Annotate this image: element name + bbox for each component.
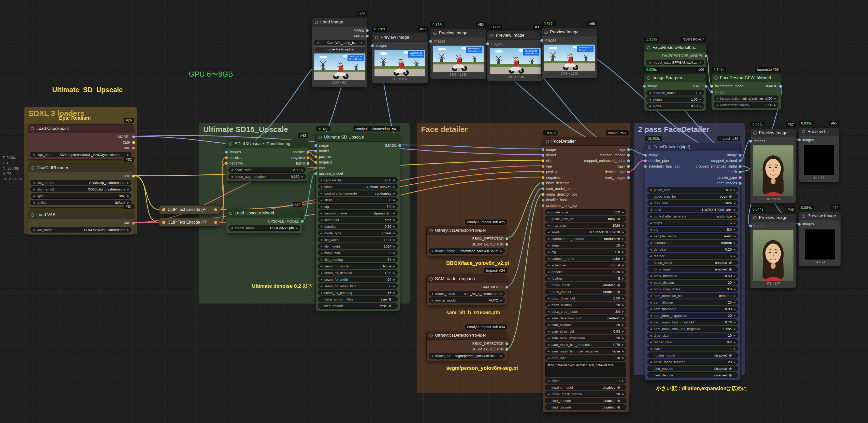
widget-row[interactable]: ◀ sam_mask_hint_threshold 0.70 ▶ [647,319,738,325]
node-face-detailer[interactable]: 18.67s Impact- #27 FaceDetailer image im… [542,137,629,412]
collapse-toggle[interactable] [647,46,650,49]
increment-arrow-icon[interactable]: ▶ [500,250,502,252]
image-thumbnail[interactable] [753,145,794,196]
increment-arrow-icon[interactable]: ▶ [302,175,304,178]
decrement-arrow-icon[interactable]: ◀ [650,361,652,363]
widget-row[interactable]: ◀ max_size 1024 ▶ [647,200,738,206]
decrement-arrow-icon[interactable]: ◀ [716,97,718,100]
decrement-arrow-icon[interactable]: ◀ [320,252,322,254]
widget-row[interactable]: ◀ clip_name1 SD35\clip_l.safetensors ▶ [30,180,131,186]
increment-arrow-icon[interactable]: ▶ [734,255,736,257]
decrement-arrow-icon[interactable]: ◀ [231,175,233,178]
decrement-arrow-icon[interactable]: ◀ [431,355,433,357]
widget-row[interactable]: ◀ type sdxl ▶ [30,193,131,199]
input-port-dot[interactable] [541,188,545,190]
output-port-dot[interactable] [307,151,309,153]
increment-arrow-icon[interactable]: ▶ [622,224,624,227]
decrement-arrow-icon[interactable]: ◀ [650,222,652,224]
widget-row[interactable]: ◀ denoise 0.20 ▶ [647,247,738,252]
increment-arrow-icon[interactable]: ▶ [622,297,624,300]
increment-arrow-icon[interactable]: ▶ [393,245,395,248]
widget-row[interactable]: ◀ noise_mask_feather 20 ▶ [545,391,626,397]
decrement-arrow-icon[interactable]: ◀ [649,105,651,108]
decrement-arrow-icon[interactable]: ◀ [33,153,35,156]
increment-arrow-icon[interactable]: ▶ [622,244,624,247]
widget-row[interactable]: ◀ upscale_by 2.00 ▶ [318,177,398,183]
widget-row[interactable]: ◀ vae_name SDXL\sdxl.vae.safetensors ▶ [30,227,131,232]
output-port-dot[interactable] [132,136,135,138]
decrement-arrow-icon[interactable]: ◀ [650,341,652,343]
decrement-arrow-icon[interactable]: ◀ [548,231,550,233]
widget-row[interactable]: ◀ model_name GFPGANv1.4.pth ▶ [646,60,704,65]
increment-arrow-icon[interactable]: ▶ [734,242,736,244]
collapse-toggle[interactable] [318,136,322,139]
decrement-arrow-icon[interactable]: ◀ [650,328,652,330]
decrement-arrow-icon[interactable]: ◀ [650,308,652,310]
input-port-dot[interactable] [314,144,317,147]
increment-arrow-icon[interactable]: ▶ [361,41,363,44]
node-titlebar[interactable]: Load VAE [28,211,134,219]
widget-row[interactable]: ◀ sam_threshold 0.93 ▶ [545,329,626,334]
increment-arrow-icon[interactable]: ▶ [622,277,624,280]
widget-row[interactable]: ◀ sam_threshold 0.93 ▶ [647,306,738,312]
increment-arrow-icon[interactable]: ▶ [500,299,502,302]
node-titlebar[interactable]: Preview Image [372,33,428,42]
widget-row[interactable]: ◀ model_name bbox/face_yolov8n_v2.pt ▶ [429,248,505,254]
decrement-arrow-icon[interactable]: ◀ [650,235,652,237]
collapse-toggle[interactable] [802,215,805,218]
collapse-toggle[interactable] [433,32,437,35]
decrement-arrow-icon[interactable]: ◀ [548,310,550,313]
widget-row[interactable]: ◀ bbox_threshold 0.50 ▶ [545,295,626,301]
output-port-dot[interactable] [739,176,742,179]
increment-arrow-icon[interactable]: ▶ [393,278,395,281]
node-face-detailer-pipe[interactable]: 19.202s Impact- #36 FaceDetailer (pipe) … [645,143,741,380]
node-titlebar[interactable]: DualCLIPLoader [28,164,134,172]
image-thumbnail[interactable]: Welcome to SelsisNl.com [374,50,425,76]
increment-arrow-icon[interactable]: ▶ [734,275,736,277]
widget-row[interactable]: ◀ steps 15 ▶ [545,243,626,248]
node-titlebar[interactable]: Preview Image [750,129,796,137]
decrement-arrow-icon[interactable]: ◀ [650,255,652,257]
increment-arrow-icon[interactable]: ▶ [734,215,736,218]
increment-arrow-icon[interactable]: ▶ [734,281,736,284]
widget-row[interactable]: ◀ tiled_decode disabled ▶ [545,404,626,410]
decrement-arrow-icon[interactable]: ◀ [431,299,433,302]
collapse-toggle[interactable] [375,36,378,39]
decrement-arrow-icon[interactable]: ◀ [320,199,322,201]
widget-row[interactable]: ◀ force_inpaint enabled ▶ [647,266,738,272]
output-port-dot[interactable] [505,237,508,240]
input-port-dot[interactable] [486,42,489,45]
output-port-dot[interactable] [627,148,630,151]
decrement-arrow-icon[interactable]: ◀ [431,292,433,295]
widget-row[interactable]: ◀ inpaint_model disabled ▶ [545,385,626,390]
widget-row[interactable]: ◀ seam_fix_width 64 ▶ [318,277,398,282]
increment-arrow-icon[interactable]: ▶ [393,219,395,221]
node-titlebar[interactable]: Preview Image [750,214,796,222]
widget-row[interactable]: ◀ scheduler beta ▶ [318,217,398,223]
node-titlebar[interactable]: UltralyticsDetectorProvider [427,226,507,235]
output-port-dot[interactable] [739,160,742,162]
input-port-dot[interactable] [314,156,317,158]
input-port-dot[interactable] [225,162,228,165]
widget-row[interactable]: ◀ tiled_decode false ▶ [318,303,398,309]
widget-row[interactable]: ◀ steps 8 ▶ [318,197,398,203]
node-titlebar[interactable]: Preview Image [541,28,597,36]
collapse-toggle[interactable] [647,76,650,80]
decrement-arrow-icon[interactable]: ◀ [548,343,550,346]
decrement-arrow-icon[interactable]: ◀ [650,242,652,244]
increment-arrow-icon[interactable]: ▶ [774,97,776,100]
decrement-arrow-icon[interactable]: ◀ [320,179,322,181]
decrement-arrow-icon[interactable]: ◀ [548,330,550,333]
image-thumbnail[interactable]: Welcome to SelsisNl.com [433,46,484,72]
collapse-toggle[interactable] [546,140,549,143]
increment-arrow-icon[interactable]: ▶ [734,328,736,330]
increment-arrow-icon[interactable]: ▶ [393,291,395,294]
node-titlebar[interactable]: SAMLoader (Impact) [427,275,507,283]
widget-row[interactable]: ◀ cfg 5.0 ▶ [647,227,738,232]
decrement-arrow-icon[interactable]: ◀ [548,297,550,300]
increment-arrow-icon[interactable]: ▶ [296,227,298,229]
widget-row[interactable]: ◀ model_name sam_vit_b_01ec64.pth ▶ [429,291,505,297]
increment-arrow-icon[interactable]: ▶ [734,235,736,237]
widget-row[interactable]: ◀ sam_dilation 20 ▶ [647,300,738,305]
widget-row[interactable]: ◀ steps 15 ▶ [647,220,738,226]
